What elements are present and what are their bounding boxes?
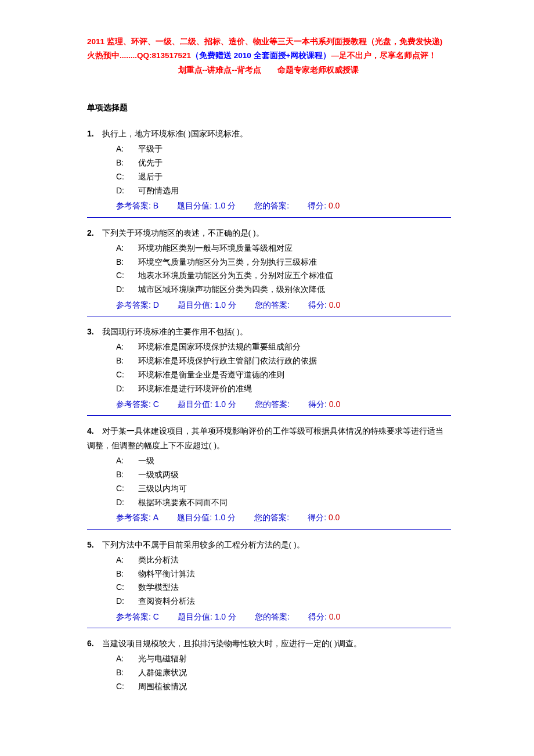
option: B:优先于 <box>116 156 450 170</box>
answer-line: 参考答案: D题目分值: 1.0 分您的答案:得分: 0.0 <box>87 298 450 312</box>
question-stem: 6. 当建设项目规模较大，且拟排污染物毒性较大时，应进行一定的( )调查。 <box>87 636 450 651</box>
option-letter: D: <box>116 382 138 396</box>
option-text: 优先于 <box>138 159 163 167</box>
divider <box>87 316 451 316</box>
option-text: 类比分析法 <box>138 556 179 564</box>
option-text: 查阅资料分析法 <box>138 597 195 606</box>
option-text: 环境空气质量功能区分为三类，分别执行三级标准 <box>138 258 317 267</box>
option-letter: B: <box>116 567 138 581</box>
option: C:周围植被情况 <box>116 680 450 694</box>
question: 4. 对于某一具体建设项目，其单项环境影响评价的工作等级可根据具体情况的特殊要求… <box>87 424 450 525</box>
options-list: A:环境标准是国家环境保护法规的重要组成部分B:环境标准是环境保护行政主管部门依… <box>87 340 450 395</box>
option-letter: B: <box>116 354 138 368</box>
reference-answer: 参考答案: C <box>116 612 159 621</box>
option-letter: C: <box>116 269 138 283</box>
option-letter: A: <box>116 454 138 468</box>
option: A:环境功能区类别一般与环境质量等级相对应 <box>116 242 450 255</box>
option-letter: B: <box>116 255 138 269</box>
option-text: 根据环境要素不同而不同 <box>138 498 228 507</box>
options-list: A:一级B:一级或两级C:三级以内均可D:根据环境要素不同而不同 <box>87 454 450 509</box>
divider <box>87 415 451 416</box>
options-list: A:平级于B:优先于C:退后于D:可酌情选用 <box>87 142 450 197</box>
option: A:一级 <box>116 454 450 468</box>
your-answer: 您的答案: <box>255 399 290 409</box>
option: D:环境标准是进行环境评价的准绳 <box>116 382 450 396</box>
answer-line: 参考答案: C题目分值: 1.0 分您的答案:得分: 0.0 <box>87 610 450 624</box>
question-number: 6. <box>87 639 94 648</box>
question: 3. 我国现行环境标准的主要作用不包括( )。A:环境标准是国家环境保护法规的重… <box>87 325 450 412</box>
option: C:三级以内均可 <box>116 482 450 496</box>
question-number: 2. <box>87 228 94 237</box>
answer-line: 参考答案: C题目分值: 1.0 分您的答案:得分: 0.0 <box>87 397 450 412</box>
option-letter: B: <box>116 468 138 482</box>
section-title: 单项选择题 <box>87 100 450 115</box>
reference-answer: 参考答案: A <box>116 513 158 522</box>
option: B:物料平衡计算法 <box>116 567 450 581</box>
option-letter: A: <box>116 553 138 567</box>
question: 5. 下列方法中不属于目前采用较多的工程分析方法的是( )。A:类比分析法B:物… <box>87 538 450 625</box>
option-text: 环境标准是衡量企业是否遵守道德的准则 <box>138 370 284 379</box>
option-text: 一级或两级 <box>138 470 179 479</box>
reference-answer: 参考答案: C <box>116 399 159 409</box>
banner-line-2: 火热预中........QQ:813517521（免费赠送 2010 全套面授+… <box>87 49 450 63</box>
option: D:可酌情选用 <box>116 184 450 198</box>
option-text: 退后于 <box>138 172 163 181</box>
option: A:环境标准是国家环境保护法规的重要组成部分 <box>116 340 450 354</box>
reference-answer: 参考答案: D <box>116 300 159 309</box>
banner-line-2a: 火热预中........QQ:813517521 <box>87 51 191 60</box>
answer-line: 参考答案: B题目分值: 1.0 分您的答案:得分: 0.0 <box>87 199 450 213</box>
option: D:根据环境要素不同而不同 <box>116 496 450 510</box>
option: A:光与电磁辐射 <box>116 652 450 666</box>
question-value: 题目分值: 1.0 分 <box>178 399 236 409</box>
score: 得分: 0.0 <box>308 300 340 309</box>
option-text: 环境功能区类别一般与环境质量等级相对应 <box>138 244 293 253</box>
option-letter: D: <box>116 184 138 198</box>
option: C:退后于 <box>116 170 450 184</box>
option-text: 三级以内均可 <box>138 484 187 493</box>
option-text: 数学模型法 <box>138 583 179 592</box>
score: 得分: 0.0 <box>308 399 340 409</box>
question-stem: 4. 对于某一具体建设项目，其单项环境影响评价的工作等级可根据具体情况的特殊要求… <box>87 424 450 453</box>
question-number: 4. <box>87 426 94 435</box>
option-text: 地表水环境质量功能区分为五类，分别对应五个标准值 <box>138 271 333 280</box>
option-letter: C: <box>116 482 138 496</box>
option: B:人群健康状况 <box>116 666 450 680</box>
option-letter: A: <box>116 242 138 255</box>
question-stem: 5. 下列方法中不属于目前采用较多的工程分析方法的是( )。 <box>87 538 450 552</box>
answer-line: 参考答案: A题目分值: 1.0 分您的答案:得分: 0.0 <box>87 510 450 525</box>
score: 得分: 0.0 <box>308 201 340 210</box>
option-letter: C: <box>116 680 138 694</box>
score: 得分: 0.0 <box>308 612 340 621</box>
option: B:环境标准是环境保护行政主管部门依法行政的依据 <box>116 354 450 368</box>
question-text: 对于某一具体建设项目，其单项环境影响评价的工作等级可根据具体情况的特殊要求等进行… <box>87 427 443 450</box>
option: D:城市区域环境噪声功能区分类为四类，级别依次降低 <box>116 283 450 297</box>
option: B:一级或两级 <box>116 468 450 482</box>
options-list: A:环境功能区类别一般与环境质量等级相对应B:环境空气质量功能区分为三类，分别执… <box>87 242 450 297</box>
option-text: 平级于 <box>138 145 163 153</box>
option-text: 城市区域环境噪声功能区分类为四类，级别依次降低 <box>138 285 325 294</box>
option-letter: D: <box>116 496 138 510</box>
option-letter: C: <box>116 581 138 595</box>
question-stem: 3. 我国现行环境标准的主要作用不包括( )。 <box>87 325 450 339</box>
question-text: 下列方法中不属于目前采用较多的工程分析方法的是( )。 <box>94 541 305 549</box>
option: A:类比分析法 <box>116 553 450 567</box>
option-text: 可酌情选用 <box>138 186 179 195</box>
question-number: 1. <box>87 129 94 138</box>
reference-answer: 参考答案: B <box>116 201 158 210</box>
question-text: 下列关于环境功能区的表述，不正确的是( )。 <box>94 229 264 237</box>
questions-container: 1. 执行上，地方环境标准( )国家环境标准。A:平级于B:优先于C:退后于D:… <box>87 127 450 694</box>
question-value: 题目分值: 1.0 分 <box>178 300 236 309</box>
option-text: 环境标准是国家环境保护法规的重要组成部分 <box>138 343 301 351</box>
option-letter: C: <box>116 170 138 184</box>
option-letter: B: <box>116 666 138 680</box>
banner-line-2c: —足不出户，尽享名师点评！ <box>331 51 437 60</box>
banner-line-1: 2011 监理、环评、一级、二级、招标、造价、物业等三天一本书系列面授教程（光盘… <box>87 35 450 49</box>
question-text: 我国现行环境标准的主要作用不包括( )。 <box>94 327 248 336</box>
banner-line-3: 划重点--讲难点--背考点 命题专家老师权威授课 <box>87 63 450 77</box>
option: D:查阅资料分析法 <box>116 595 450 609</box>
option-text: 人群健康状况 <box>138 668 187 677</box>
option-letter: C: <box>116 368 138 382</box>
question-text: 当建设项目规模较大，且拟排污染物毒性较大时，应进行一定的( )调查。 <box>94 639 362 648</box>
option-letter: D: <box>116 283 138 297</box>
divider <box>87 628 451 628</box>
